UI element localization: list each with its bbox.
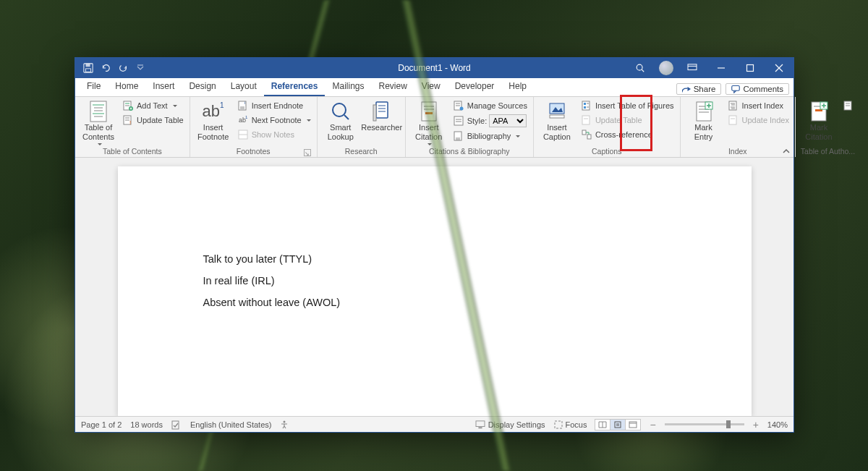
svg-point-52 xyxy=(459,107,463,111)
maximize-button[interactable] xyxy=(736,58,765,78)
tab-file[interactable]: File xyxy=(80,78,108,96)
update-table-toc-button[interactable]: ! Update Table xyxy=(121,114,185,127)
svg-text:!: ! xyxy=(129,119,131,125)
save-icon[interactable] xyxy=(82,62,94,74)
page-indicator[interactable]: Page 1 of 2 xyxy=(81,420,122,429)
group-label-index: Index xyxy=(685,146,791,157)
collapse-ribbon-icon[interactable] xyxy=(782,147,791,156)
group-label-footnotes: Footnotes xyxy=(195,146,312,157)
update-table-captions-button[interactable]: Update Table xyxy=(579,114,676,127)
add-text-icon xyxy=(122,100,134,111)
mark-entry-icon xyxy=(693,101,715,122)
svg-rect-97 xyxy=(478,427,482,428)
tab-home[interactable]: Home xyxy=(108,78,145,96)
insert-endnote-button[interactable]: i Insert Endnote xyxy=(236,99,312,112)
update-index-button[interactable]: Update Index xyxy=(726,114,791,127)
insert-table-of-figures-button[interactable]: Insert Table of Figures xyxy=(579,99,676,112)
comments-button[interactable]: Comments xyxy=(726,83,789,95)
tab-view[interactable]: View xyxy=(414,78,448,96)
next-footnote-icon: ab1 xyxy=(237,114,249,126)
language-indicator[interactable]: English (United States) xyxy=(190,420,272,429)
group-research: Smart Lookup Researcher Research xyxy=(318,97,406,157)
svg-rect-67 xyxy=(582,116,590,124)
read-mode-button[interactable] xyxy=(595,419,610,430)
tab-layout[interactable]: Layout xyxy=(224,78,264,96)
tab-design[interactable]: Design xyxy=(182,78,223,96)
table-of-contents-button[interactable]: Table of Contents xyxy=(80,99,117,146)
undo-icon[interactable] xyxy=(100,62,111,74)
svg-rect-94 xyxy=(172,421,179,429)
web-layout-button[interactable] xyxy=(625,419,641,430)
word-count[interactable]: 18 words xyxy=(130,420,163,429)
svg-rect-48 xyxy=(425,112,433,114)
insert-index-button[interactable]: Insert Index xyxy=(726,99,791,112)
insert-toa-button[interactable] xyxy=(841,99,856,112)
tab-references[interactable]: References xyxy=(264,78,326,96)
group-index: Mark Entry Insert Index Update Index Ind… xyxy=(681,97,796,157)
qat-customize-icon[interactable] xyxy=(135,62,146,74)
paragraph[interactable]: In real life (IRL) xyxy=(203,275,666,287)
comments-label: Comments xyxy=(743,85,783,93)
paragraph[interactable]: Absent without leave (AWOL) xyxy=(203,297,666,308)
mark-entry-button[interactable]: Mark Entry xyxy=(685,99,723,141)
accessibility-icon[interactable] xyxy=(280,420,289,429)
quick-access-toolbar xyxy=(75,62,153,74)
user-avatar[interactable] xyxy=(659,61,673,75)
redo-icon[interactable] xyxy=(117,62,129,74)
insert-caption-button[interactable]: Insert Caption xyxy=(538,99,576,141)
titlebar: Document1 - Word xyxy=(75,58,793,78)
group-footnotes: ab1 Insert Footnote i Insert Endnote ab1… xyxy=(190,97,318,157)
add-text-button[interactable]: Add Text xyxy=(121,99,185,112)
svg-rect-61 xyxy=(550,115,564,118)
toc-label: Table of Contents xyxy=(82,123,114,141)
search-icon[interactable] xyxy=(626,58,655,78)
zoom-in-button[interactable]: + xyxy=(753,419,759,430)
researcher-button[interactable]: Researcher xyxy=(363,99,401,132)
toa-icon xyxy=(843,100,854,111)
paragraph[interactable]: Talk to you later (TTYL) xyxy=(203,253,666,265)
svg-rect-2 xyxy=(86,69,91,72)
citation-icon xyxy=(418,101,440,122)
tab-help[interactable]: Help xyxy=(501,78,534,96)
svg-rect-13 xyxy=(732,86,740,91)
tab-developer[interactable]: Developer xyxy=(448,78,502,96)
smart-lookup-icon xyxy=(330,101,352,122)
document-area[interactable]: Talk to you later (TTYL) In real life (I… xyxy=(75,158,793,416)
svg-rect-63 xyxy=(584,103,586,105)
show-notes-button[interactable]: Show Notes xyxy=(236,128,312,141)
ribbon-display-icon[interactable] xyxy=(678,58,707,78)
focus-button[interactable]: Focus xyxy=(554,420,587,429)
ribbon: Table of Contents Add Text ! Update Tabl… xyxy=(75,97,793,158)
tab-mailings[interactable]: Mailings xyxy=(325,78,371,96)
zoom-level[interactable]: 140% xyxy=(767,420,788,429)
cross-reference-button[interactable]: Cross-reference xyxy=(579,128,676,141)
tab-review[interactable]: Review xyxy=(372,78,414,96)
tab-insert[interactable]: Insert xyxy=(145,78,182,96)
insert-citation-button[interactable]: Insert Citation xyxy=(410,99,448,146)
next-footnote-button[interactable]: ab1 Next Footnote xyxy=(236,114,312,127)
svg-rect-65 xyxy=(584,106,586,109)
display-settings-button[interactable]: Display Settings xyxy=(475,420,545,429)
mark-citation-button[interactable]: Mark Citation xyxy=(800,99,838,141)
show-notes-icon xyxy=(237,129,249,140)
minimize-button[interactable] xyxy=(707,58,736,78)
group-label-captions: Captions xyxy=(538,146,676,157)
zoom-slider[interactable] xyxy=(665,423,744,425)
endnote-icon: i xyxy=(237,100,249,111)
zoom-out-button[interactable]: − xyxy=(650,419,655,430)
insert-footnote-button[interactable]: ab1 Insert Footnote xyxy=(195,99,232,141)
style-dropdown[interactable]: Style: APA xyxy=(451,114,529,128)
smart-lookup-button[interactable]: Smart Lookup xyxy=(322,99,359,141)
bibliography-button[interactable]: Bibliography xyxy=(451,130,529,143)
manage-sources-button[interactable]: Manage Sources xyxy=(451,99,529,112)
spell-check-icon[interactable] xyxy=(171,420,182,430)
style-select[interactable]: APA xyxy=(489,114,527,127)
share-label: Share xyxy=(694,85,716,93)
share-button[interactable]: Share xyxy=(676,83,722,95)
close-button[interactable] xyxy=(765,58,793,78)
svg-rect-96 xyxy=(476,420,485,426)
print-layout-button[interactable] xyxy=(610,419,626,430)
document-page[interactable]: Talk to you later (TTYL) In real life (I… xyxy=(118,166,752,416)
zoom-thumb[interactable] xyxy=(726,420,731,428)
footnotes-dialog-launcher[interactable] xyxy=(304,149,311,156)
